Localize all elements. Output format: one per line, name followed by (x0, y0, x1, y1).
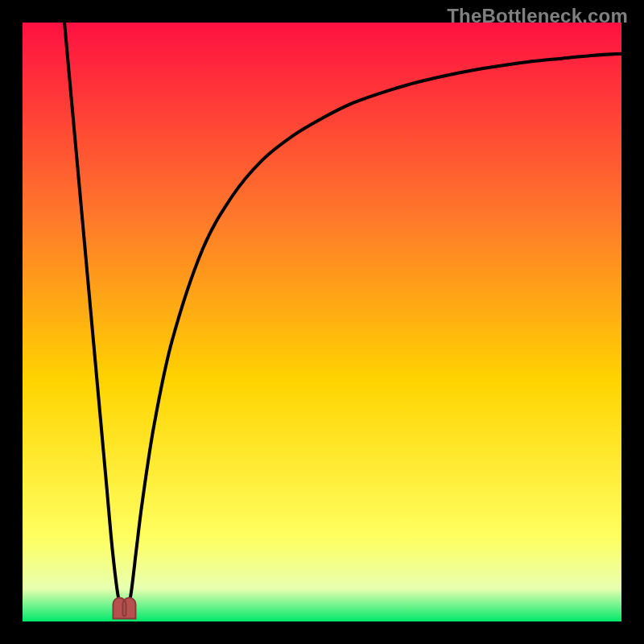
bottleneck-plot (23, 23, 621, 621)
optimum-marker (113, 598, 135, 619)
chart-frame: TheBottleneck.com (0, 0, 644, 644)
gradient-background (23, 23, 621, 621)
